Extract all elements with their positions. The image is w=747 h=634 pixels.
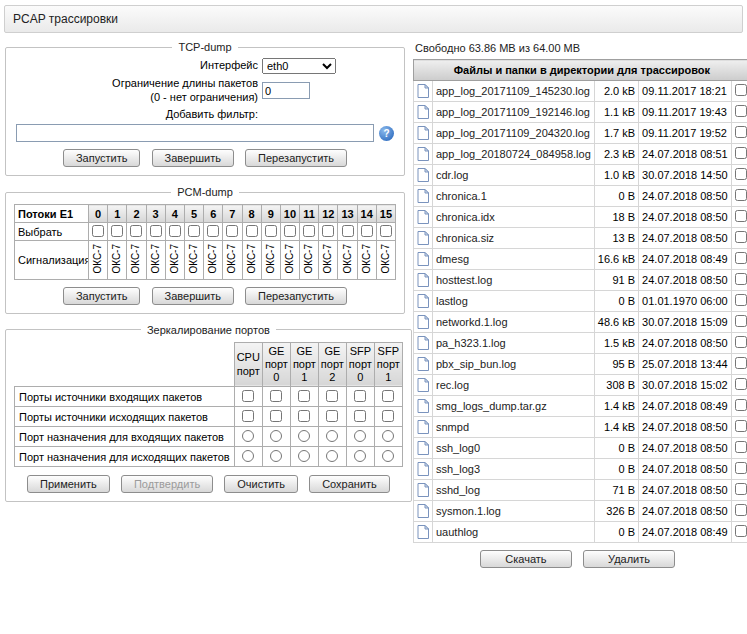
file-select-checkbox[interactable] xyxy=(735,84,747,96)
download-button[interactable]: Скачать xyxy=(480,550,572,568)
interface-select[interactable]: eth0 xyxy=(262,58,336,74)
file-name[interactable]: networkd.1.log xyxy=(436,316,508,328)
mirroring-checkbox-row1-col0[interactable] xyxy=(242,410,254,422)
file-name[interactable]: sshd_log xyxy=(436,484,480,496)
file-select-checkbox[interactable] xyxy=(735,147,747,159)
mirroring-checkbox-row1-col3[interactable] xyxy=(326,410,338,422)
tcpdump-start-button[interactable]: Запустить xyxy=(63,149,141,167)
help-icon[interactable]: ? xyxy=(379,126,394,141)
e1-select-checkbox-6[interactable] xyxy=(207,225,219,237)
file-select-checkbox[interactable] xyxy=(735,294,747,306)
file-select-checkbox[interactable] xyxy=(735,252,747,264)
file-name[interactable]: ssh_log0 xyxy=(436,442,480,454)
e1-select-checkbox-0[interactable] xyxy=(92,225,104,237)
mirroring-checkbox-row0-col0[interactable] xyxy=(242,390,254,402)
mirroring-radio-row2-col5[interactable] xyxy=(382,430,394,442)
file-select-checkbox[interactable] xyxy=(735,189,747,201)
file-select-checkbox[interactable] xyxy=(735,231,747,243)
file-name[interactable]: smg_logs_dump.tar.gz xyxy=(436,400,547,412)
file-select-checkbox[interactable] xyxy=(735,378,747,390)
mirroring-checkbox-row0-col4[interactable] xyxy=(354,390,366,402)
mirroring-checkbox-row1-col4[interactable] xyxy=(354,410,366,422)
file-name[interactable]: sysmon.1.log xyxy=(436,505,501,517)
file-select-checkbox[interactable] xyxy=(735,168,747,180)
file-name[interactable]: rec.log xyxy=(436,379,469,391)
pcmdump-restart-button[interactable]: Перезапустить xyxy=(245,287,347,305)
file-name[interactable]: chronica.1 xyxy=(436,190,487,202)
confirm-button[interactable]: Подтвердить xyxy=(121,475,213,493)
e1-select-checkbox-14[interactable] xyxy=(361,225,373,237)
e1-select-checkbox-11[interactable] xyxy=(303,225,315,237)
file-select-checkbox[interactable] xyxy=(735,357,747,369)
file-name[interactable]: dmesg xyxy=(436,253,469,265)
file-select-checkbox[interactable] xyxy=(735,273,747,285)
file-name[interactable]: uauthlog xyxy=(436,526,478,538)
file-select-checkbox[interactable] xyxy=(735,525,747,537)
e1-select-checkbox-3[interactable] xyxy=(150,225,162,237)
mirroring-checkbox-row0-col2[interactable] xyxy=(298,390,310,402)
file-name[interactable]: ssh_log3 xyxy=(436,463,480,475)
mirroring-radio-row2-col2[interactable] xyxy=(298,430,310,442)
delete-button[interactable]: Удалить xyxy=(583,550,675,568)
mirroring-radio-row3-col4[interactable] xyxy=(354,450,366,462)
e1-select-checkbox-12[interactable] xyxy=(322,225,334,237)
mirroring-radio-row3-col1[interactable] xyxy=(270,450,282,462)
e1-select-checkbox-7[interactable] xyxy=(226,225,238,237)
mirroring-checkbox-row0-col1[interactable] xyxy=(270,390,282,402)
file-select-checkbox[interactable] xyxy=(735,441,747,453)
file-select-checkbox[interactable] xyxy=(735,462,747,474)
file-name[interactable]: chronica.siz xyxy=(436,232,494,244)
e1-select-checkbox-1[interactable] xyxy=(111,225,123,237)
mirroring-checkbox-row0-col3[interactable] xyxy=(326,390,338,402)
mirroring-radio-row2-col4[interactable] xyxy=(354,430,366,442)
e1-select-checkbox-4[interactable] xyxy=(169,225,181,237)
apply-button[interactable]: Применить xyxy=(27,475,110,493)
file-select-checkbox[interactable] xyxy=(735,336,747,348)
e1-select-checkbox-8[interactable] xyxy=(246,225,258,237)
e1-select-checkbox-2[interactable] xyxy=(130,225,142,237)
mirroring-checkbox-row1-col5[interactable] xyxy=(382,410,394,422)
length-limit-input[interactable] xyxy=(262,82,310,99)
e1-select-checkbox-15[interactable] xyxy=(380,225,392,237)
mirroring-radio-row2-col0[interactable] xyxy=(242,430,254,442)
file-name[interactable]: lastlog xyxy=(436,295,468,307)
tcpdump-restart-button[interactable]: Перезапустить xyxy=(245,149,347,167)
file-select-checkbox[interactable] xyxy=(735,105,747,117)
file-select-checkbox[interactable] xyxy=(735,420,747,432)
save-button[interactable]: Сохранить xyxy=(309,475,390,493)
file-name[interactable]: pa_h323.1.log xyxy=(436,337,506,349)
clear-button[interactable]: Очистить xyxy=(224,475,298,493)
file-name[interactable]: snmpd xyxy=(436,421,469,433)
mirroring-checkbox-row0-col5[interactable] xyxy=(382,390,394,402)
file-name[interactable]: app_log_20171109_145230.log xyxy=(436,85,590,97)
pcmdump-stop-button[interactable]: Завершить xyxy=(152,287,234,305)
e1-select-checkbox-13[interactable] xyxy=(342,225,354,237)
mirroring-radio-row2-col3[interactable] xyxy=(326,430,338,442)
mirroring-radio-row3-col3[interactable] xyxy=(326,450,338,462)
file-select-checkbox[interactable] xyxy=(735,504,747,516)
file-select-checkbox[interactable] xyxy=(735,315,747,327)
mirroring-radio-row2-col1[interactable] xyxy=(270,430,282,442)
file-select-checkbox[interactable] xyxy=(735,399,747,411)
file-name[interactable]: pbx_sip_bun.log xyxy=(436,358,516,370)
e1-select-checkbox-5[interactable] xyxy=(188,225,200,237)
tcpdump-stop-button[interactable]: Завершить xyxy=(152,149,234,167)
file-name[interactable]: app_log_20171109_204320.log xyxy=(436,127,590,139)
file-name[interactable]: app_log_20171109_192146.log xyxy=(436,106,590,118)
mirroring-radio-row3-col5[interactable] xyxy=(382,450,394,462)
file-name[interactable]: cdr.log xyxy=(436,169,468,181)
e1-select-checkbox-10[interactable] xyxy=(284,225,296,237)
file-select-checkbox[interactable] xyxy=(735,126,747,138)
file-select-checkbox[interactable] xyxy=(735,210,747,222)
mirroring-radio-row3-col2[interactable] xyxy=(298,450,310,462)
e1-select-checkbox-9[interactable] xyxy=(265,225,277,237)
mirroring-checkbox-row1-col2[interactable] xyxy=(298,410,310,422)
file-name[interactable]: hosttest.log xyxy=(436,274,492,286)
mirroring-radio-row3-col0[interactable] xyxy=(242,450,254,462)
file-select-checkbox[interactable] xyxy=(735,483,747,495)
file-name[interactable]: chronica.idx xyxy=(436,211,495,223)
pcmdump-start-button[interactable]: Запустить xyxy=(63,287,141,305)
mirroring-checkbox-row1-col1[interactable] xyxy=(270,410,282,422)
filter-input[interactable] xyxy=(16,124,374,142)
file-name[interactable]: app_log_20180724_084958.log xyxy=(436,148,591,160)
